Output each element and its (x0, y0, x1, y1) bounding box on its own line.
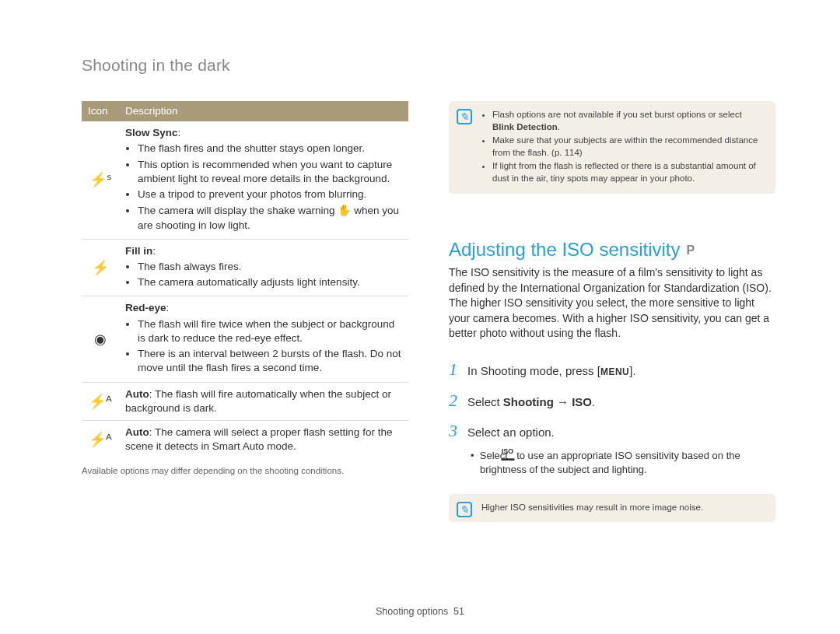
section-heading: Adjusting the ISO sensitivityP (449, 239, 775, 261)
table-row: ◉ Red-eye: The flash will fire twice whe… (82, 296, 408, 382)
page-title: Shooting in the dark (82, 56, 778, 75)
table-row: ⚡ Fill in: The flash always fires. The c… (82, 239, 408, 296)
red-eye-title: Red-eye (125, 302, 166, 313)
slow-sync-b4: The camera will display the shake warnin… (138, 203, 402, 232)
step-1: 1 In Shooting mode, press [MENU]. (449, 354, 775, 385)
th-icon: Icon (82, 101, 119, 121)
th-desc: Description (119, 101, 408, 121)
slow-sync-icon: ⚡ˢ (82, 121, 119, 239)
left-column: Icon Description ⚡ˢ Slow Sync: The flash… (82, 101, 408, 522)
slow-sync-b3: Use a tripod to prevent your photos from… (138, 187, 402, 201)
red-eye-icon: ◉ (82, 296, 119, 382)
smart-auto-flash-icon: ⚡ᴬ (82, 420, 119, 458)
page-footer: Shooting options 51 (0, 606, 840, 617)
step-2: 2 Select Shooting → ISO. (449, 385, 775, 416)
right-column: ✎ Flash options are not available if you… (449, 101, 775, 522)
mode-badge: P (686, 243, 695, 257)
flash-options-table: Icon Description ⚡ˢ Slow Sync: The flash… (82, 101, 408, 458)
fill-in-icon: ⚡ (82, 239, 119, 296)
note1-b2: Make sure that your subjects are within … (492, 135, 766, 159)
fill-in-b2: The camera automatically adjusts light i… (138, 275, 402, 289)
note-icon: ✎ (457, 502, 472, 517)
slow-sync-b2: This option is recommended when you want… (138, 158, 402, 186)
auto-flash-icon: ⚡ᴬ (82, 382, 119, 420)
step-3-sub: • Select ISO▬▬ to use an appropriate ISO… (449, 448, 775, 477)
note-icon: ✎ (457, 109, 472, 124)
slow-sync-b1: The flash fires and the shutter stays op… (138, 142, 402, 156)
table-row: ⚡ᴬ Auto: The flash will fire automatical… (82, 382, 408, 420)
note1-b3: If light from the flash is reflected or … (492, 160, 766, 184)
shake-warning-icon: ✋ (338, 204, 351, 216)
fill-in-b1: The flash always fires. (138, 260, 402, 274)
table-row: ⚡ˢ Slow Sync: The flash fires and the sh… (82, 121, 408, 239)
step-number: 3 (449, 415, 467, 447)
step-number: 2 (449, 385, 467, 416)
note-box-iso: ✎ Higher ISO sensitivities may result in… (449, 494, 775, 522)
step-3: 3 Select an option. (449, 415, 775, 447)
menu-button-label: MENU (600, 366, 629, 377)
table-footnote: Available options may differ depending o… (82, 466, 408, 475)
red-eye-b2: There is an interval between 2 bursts of… (138, 347, 402, 375)
fill-in-title: Fill in (125, 245, 152, 257)
note-box-flash: ✎ Flash options are not available if you… (449, 101, 775, 194)
auto1-cell: Auto: The flash will fire automatically … (119, 382, 408, 420)
steps-list: 1 In Shooting mode, press [MENU]. 2 Sele… (449, 354, 775, 477)
auto2-cell: Auto: The camera will select a proper fl… (119, 420, 408, 458)
slow-sync-title: Slow Sync (125, 127, 178, 138)
table-row: ⚡ᴬ Auto: The camera will select a proper… (82, 420, 408, 458)
note1-b1: Flash options are not available if you s… (492, 109, 766, 133)
step-number: 1 (449, 354, 467, 385)
note2-text: Higher ISO sensitivities may result in m… (481, 503, 703, 512)
iso-description: The ISO sensitivity is the measure of a … (449, 265, 775, 342)
red-eye-b1: The flash will fire twice when the subje… (138, 317, 402, 345)
